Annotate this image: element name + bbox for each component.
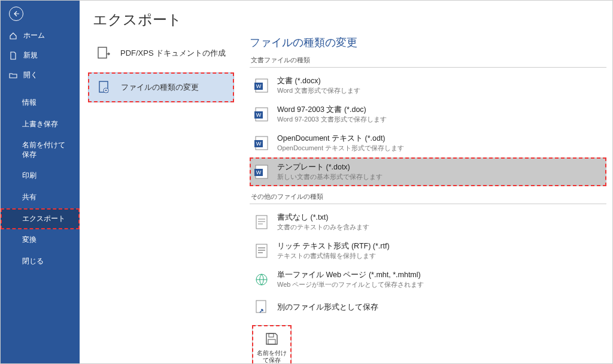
file-type-txt[interactable]: 書式なし (*.txt)文書のテキストのみを含みます [250,208,606,236]
option-label: ファイルの種類の変更 [121,82,199,93]
word-doc-icon: W [253,77,270,94]
sidebar-item-label: 新規 [23,50,38,60]
word-template-icon: W [253,163,270,180]
file-type-docx[interactable]: W 文書 (*.docx)Word 文書形式で保存します [250,71,606,100]
back-button[interactable] [9,7,23,21]
file-type-title: 単一ファイル Web ページ (*.mht, *.mhtml) [277,270,424,280]
svg-rect-0 [98,47,107,58]
text-file-icon [253,214,270,230]
word-doc-icon: W [253,106,270,123]
file-type-desc: 新しい文書の基本形式で保存します [277,172,383,181]
file-type-doc[interactable]: W Word 97-2003 文書 (*.doc)Word 97-2003 文書… [250,100,606,129]
sidebar-item-open[interactable]: 開く [1,65,80,85]
sidebar-sub-info[interactable]: 情報 [1,92,80,114]
svg-rect-18 [256,301,266,313]
word-doc-icon: W [253,135,270,151]
sidebar-sub-close[interactable]: 閉じる [1,251,80,272]
home-icon [9,32,17,40]
option-label: PDF/XPS ドキュメントの作成 [120,48,226,59]
change-file-type-icon [96,79,113,96]
svg-text:W: W [256,169,262,175]
sidebar-sub-transform[interactable]: 変換 [1,229,80,251]
main-area: エクスポート PDF/XPS ドキュメントの作成 ファイルの種類の変更 ファイル… [80,1,612,363]
sidebar-sub-save[interactable]: 上書き保存 [1,114,80,135]
panel-heading: ファイルの種類の変更 [250,35,606,50]
svg-rect-20 [268,339,275,344]
file-type-rtf[interactable]: リッチ テキスト形式 (RTF) (*.rtf)テキストの書式情報を保持します [250,236,606,265]
file-type-title: 書式なし (*.txt) [277,213,369,223]
file-type-desc: テキストの書式情報を保持します [277,251,390,260]
group-label-documents: 文書ファイルの種類 [250,53,606,68]
file-type-odt[interactable]: W OpenDocument テキスト (*.odt)OpenDocument … [250,129,606,157]
svg-text:W: W [256,83,262,89]
svg-rect-19 [269,333,274,337]
file-type-desc: Web ページが単一のファイルとして保存されます [277,280,424,289]
file-type-title: リッチ テキスト形式 (RTF) (*.rtf) [277,241,390,251]
sidebar-sub-export[interactable]: エクスポート [1,208,80,230]
file-type-title: 文書 (*.docx) [277,76,360,86]
file-type-desc: Word 97-2003 文書形式で保存します [277,115,387,124]
web-file-icon [253,271,270,288]
pdf-export-icon [95,45,112,62]
svg-text:W: W [256,112,262,118]
sidebar-item-new[interactable]: 新規 [1,46,80,65]
file-type-title: OpenDocument テキスト (*.odt) [277,134,404,144]
file-type-dotx[interactable]: W テンプレート (*.dotx)新しい文書の基本形式で保存します [250,157,606,186]
file-type-title: 別のファイル形式として保存 [277,302,378,313]
sidebar-sub-print[interactable]: 印刷 [1,165,80,187]
rtf-file-icon [253,242,270,259]
sidebar-item-label: ホーム [23,31,45,41]
sidebar-item-label: 開く [23,70,38,80]
option-change-file-type[interactable]: ファイルの種類の変更 [88,72,234,102]
svg-text:W: W [256,141,262,147]
file-type-mht[interactable]: 単一ファイル Web ページ (*.mht, *.mhtml)Web ページが単… [250,265,606,294]
file-type-title: テンプレート (*.dotx) [277,162,383,172]
sidebar-sub-saveas[interactable]: 名前を付けて保存 [1,135,80,165]
sidebar-sub-share[interactable]: 共有 [1,187,80,208]
file-icon [9,51,17,60]
folder-open-icon [9,71,17,80]
file-type-desc: Word 文書形式で保存します [277,86,360,95]
save-as-other-icon [253,299,270,316]
save-as-label: 名前を付けて保存 [255,350,289,363]
save-as-button[interactable]: 名前を付けて保存 [252,325,292,363]
group-label-other: その他のファイルの種類 [250,190,606,204]
backstage-sidebar: ホーム 新規 開く 情報 上書き保存 名前を付けて保存 印刷 共有 エクスポート… [1,1,80,363]
option-create-pdf-xps[interactable]: PDF/XPS ドキュメントの作成 [88,39,234,68]
file-type-desc: 文書のテキストのみを含みます [277,223,369,232]
file-type-desc: OpenDocument テキスト形式で保存します [277,144,404,153]
sidebar-item-home[interactable]: ホーム [1,26,80,46]
page-title: エクスポート [80,1,612,35]
file-type-other[interactable]: 別のファイル形式として保存 [250,294,606,320]
arrow-left-icon [13,10,20,17]
file-type-panel: ファイルの種類の変更 文書ファイルの種類 W 文書 (*.docx)Word 文… [239,35,612,363]
export-options-column: PDF/XPS ドキュメントの作成 ファイルの種類の変更 [80,35,239,363]
svg-rect-16 [256,244,267,257]
svg-rect-15 [256,216,267,229]
floppy-save-icon [263,330,280,347]
file-type-title: Word 97-2003 文書 (*.doc) [277,105,387,115]
